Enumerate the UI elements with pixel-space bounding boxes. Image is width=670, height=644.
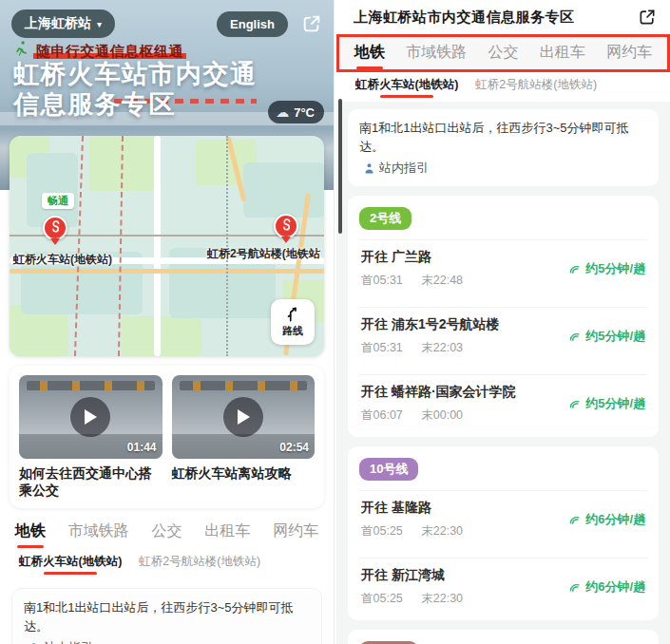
station-guide-link[interactable]: 站内指引 (359, 160, 647, 177)
last-train-time: 末22:48 (421, 274, 463, 287)
exit-notice-text: 南1和北1出站口出站后，往西步行3~5分钟即可抵达。 (24, 598, 310, 635)
frequency: 约6分钟/趟 (568, 511, 645, 528)
last-train-time: 末00:00 (421, 408, 463, 422)
direction-label: 开往 浦东1号2号航站楼 (361, 316, 568, 333)
metro-direction-row[interactable]: 开往 浦东1号2号航站楼 首05:31 末22:03 约5分钟/趟 (359, 307, 647, 366)
subtab-railway-station[interactable]: 虹桥火车站(地铁站) (355, 77, 458, 98)
right-transport-tabs: 地铁 市域铁路 公交 出租车 网约车 (353, 43, 654, 69)
video-item[interactable]: 01:44 如何去往西交通中心搭乘公交 (19, 375, 163, 499)
subtab-railway-station[interactable]: 虹桥火车站(地铁站) (19, 554, 122, 575)
traffic-status-badge: 畅通 (42, 193, 74, 209)
map-pin-terminal2[interactable] (274, 214, 298, 248)
frequency-label: 约6分钟/趟 (585, 578, 645, 596)
frequency-signal-icon (568, 397, 582, 410)
subtab-terminal2-station[interactable]: 虹桥2号航站楼(地铁站) (139, 554, 260, 575)
tab-suburban-rail[interactable]: 市域铁路 (406, 43, 467, 69)
share-icon (638, 13, 657, 29)
map-road (154, 136, 161, 356)
last-train-time: 末22:03 (421, 341, 463, 354)
frequency-label: 约5分钟/趟 (585, 395, 645, 412)
map-green-area (89, 136, 158, 191)
share-button[interactable] (638, 8, 657, 27)
first-train-time: 首06:07 (361, 408, 403, 422)
last-train-time: 末22:30 (421, 592, 463, 605)
map-pin-hongqiao-railway[interactable] (43, 216, 67, 250)
video-thumbnail[interactable]: 01:44 (19, 375, 163, 459)
metro-direction-row[interactable]: 开往 基隆路 首05:25 末22:30 约6分钟/趟 (359, 490, 647, 549)
panel-left-home: 上海虹桥站 ▾ English (0, 0, 334, 644)
left-topbar: 上海虹桥站 ▾ English (11, 9, 322, 38)
scrollbar[interactable] (338, 99, 342, 234)
station-guide-label: 站内指引 (44, 639, 93, 644)
map-label-left: 虹桥火车站(地铁站) (13, 252, 112, 268)
metro-direction-row[interactable]: 开往 新江湾城 首05:25 末22:30 约6分钟/趟 (359, 558, 647, 616)
frequency: 约5分钟/趟 (568, 328, 645, 345)
tab-bus[interactable]: 公交 (152, 521, 182, 548)
exit-notice-card: 南1和北1出站口出站后，往西步行3~5分钟即可抵达。 站内指引 (11, 588, 322, 644)
right-scroll-content: 南1和北1出站口出站后，往西步行3~5分钟即可抵达。 站内指引 2号线 开往 广… (336, 102, 670, 644)
departure-board-deco (180, 381, 308, 390)
share-button[interactable] (301, 13, 322, 34)
metro-direction-row[interactable]: 开往 广兰路 首05:31 末22:48 约5分钟/趟 (359, 239, 647, 298)
station-selector[interactable]: 上海虹桥站 ▾ (11, 9, 115, 38)
map-road-orange (10, 269, 324, 274)
frequency-signal-icon (568, 580, 582, 594)
tab-metro[interactable]: 地铁 (15, 521, 46, 548)
frequency-label: 约6分钟/趟 (585, 511, 645, 528)
page-title-line2: 信息服务专区 (13, 89, 258, 120)
weather-temp: 7°C (294, 105, 315, 120)
frequency: 约6分钟/趟 (568, 578, 645, 596)
tab-ride-hailing[interactable]: 网约车 (273, 521, 318, 548)
frequency-signal-icon (568, 330, 582, 343)
app-root: 上海虹桥站 ▾ English (0, 0, 670, 644)
frequency: 约5分钟/趟 (568, 260, 645, 277)
line-badge-2: 2号线 (359, 207, 412, 230)
metro-logo-icon (48, 219, 63, 237)
direction-label: 开往 广兰路 (361, 249, 568, 266)
video-duration: 02:54 (279, 441, 309, 454)
first-train-time: 首05:25 (361, 524, 403, 538)
right-station-subtabs: 虹桥火车站(地铁站) 虹桥2号航站楼(地铁站) (336, 72, 670, 102)
tab-metro[interactable]: 地铁 (354, 43, 385, 69)
line-group-card-2: 2号线 开往 广兰路 首05:31 末22:48 约5分钟/趟 (348, 196, 659, 437)
first-train-time: 首05:31 (361, 274, 403, 287)
video-duration: 01:44 (127, 441, 157, 454)
page-title: 虹桥火车站市内交通 信息服务专区 (13, 59, 258, 121)
first-train-time: 首05:31 (361, 341, 403, 354)
map-view[interactable]: 畅通 虹桥火车站(地铁站) 虹桥2号航站楼(地铁站 (10, 136, 324, 356)
station-guide-label: 站内指引 (379, 160, 429, 177)
direction-label: 开往 基隆路 (361, 500, 568, 517)
video-section: 01:44 如何去往西交通中心搭乘公交 02:54 虹桥火车站离站攻略 (10, 366, 324, 508)
tab-taxi[interactable]: 出租车 (204, 521, 250, 548)
station-guide-link[interactable]: 站内指引 (24, 639, 310, 644)
video-thumbnail[interactable]: 02:54 (172, 375, 316, 459)
metro-logo-icon (279, 218, 294, 236)
exit-notice-card: 南1和北1出站口出站后，往西步行3~5分钟即可抵达。 站内指引 (348, 109, 659, 186)
first-train-time: 首05:25 (361, 592, 403, 605)
tab-suburban-rail[interactable]: 市域铁路 (68, 521, 129, 548)
video-item[interactable]: 02:54 虹桥火车站离站攻略 (172, 375, 316, 499)
tab-ride-hailing[interactable]: 网约车 (606, 43, 652, 69)
frequency-label: 约5分钟/趟 (585, 260, 645, 277)
subtab-terminal2-station[interactable]: 虹桥2号航站楼(地铁站) (475, 77, 597, 98)
panel-right-detail: 上海虹桥站市内交通信息服务专区 地铁 市域铁路 公交 出租车 网约车 虹桥火车 (336, 0, 670, 644)
right-page-title: 上海虹桥站市内交通信息服务专区 (354, 9, 638, 27)
play-icon[interactable] (70, 397, 110, 437)
exit-notice-text: 南1和北1出站口出站后，往西步行3~5分钟即可抵达。 (359, 119, 647, 156)
share-icon (301, 13, 322, 34)
direction-label: 开往 蟠祥路·国家会计学院 (361, 384, 568, 401)
walker-logo-icon (13, 40, 30, 61)
map-block (243, 162, 324, 218)
metro-direction-row[interactable]: 开往 蟠祥路·国家会计学院 首06:07 末00:00 约5分钟/趟 (359, 374, 647, 433)
tab-bus[interactable]: 公交 (488, 43, 519, 69)
departure-board-deco (27, 381, 155, 390)
person-icon (363, 162, 375, 175)
last-train-time: 末22:30 (421, 524, 463, 538)
route-button[interactable]: 路线 (271, 299, 315, 345)
play-icon[interactable] (223, 397, 263, 437)
tab-taxi[interactable]: 出租车 (540, 43, 585, 69)
english-button[interactable]: English (217, 11, 288, 37)
station-selector-label: 上海虹桥站 (25, 15, 91, 32)
line-badge-10: 10号线 (359, 458, 418, 481)
map-green-area (122, 316, 201, 356)
